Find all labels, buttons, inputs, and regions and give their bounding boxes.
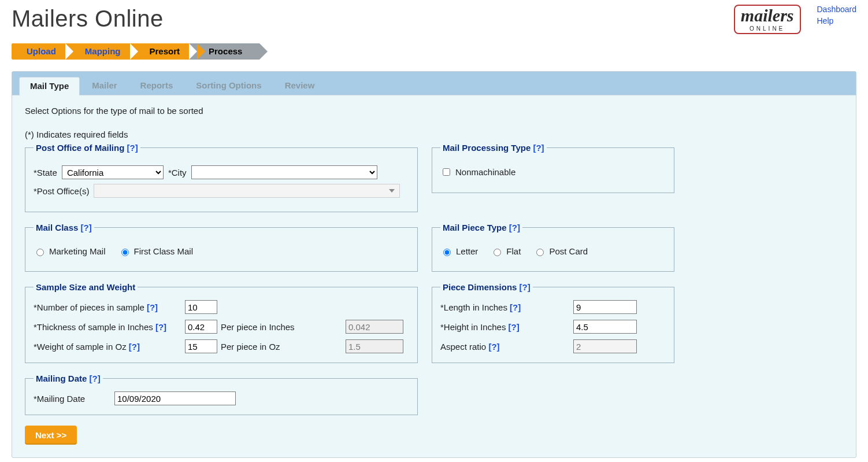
nonmachinable-checkbox[interactable]	[443, 168, 450, 176]
mail-class-first-class-text: First Class Mail	[134, 246, 194, 256]
aspect-help-icon[interactable]: [?]	[488, 342, 499, 352]
piece-type-flat-label[interactable]: Flat	[491, 246, 521, 256]
sample-legend: Sample Size and Weight	[34, 282, 138, 292]
piece-type-postcard-text: Post Card	[549, 246, 588, 256]
post-offices-select[interactable]	[94, 184, 400, 198]
help-link[interactable]: Help	[817, 16, 857, 25]
post-office-fieldset: Post Office of Mailing [?] *State Califo…	[25, 143, 418, 212]
state-label: *State	[34, 168, 57, 178]
post-office-legend: Post Office of Mailing	[36, 143, 124, 153]
brand-logo-sub: ONLINE	[741, 25, 794, 33]
state-select[interactable]: California	[62, 165, 164, 179]
tab-strip: Mail Type Mailer Reports Sorting Options…	[12, 72, 856, 95]
main-panel: Mail Type Mailer Reports Sorting Options…	[12, 71, 856, 458]
mailing-date-legend: Mailing Date	[36, 374, 87, 383]
sample-per-weight-output	[346, 339, 403, 353]
intro-text: Select Options for the type of mail to b…	[25, 106, 843, 116]
mail-class-first-class-label[interactable]: First Class Mail	[118, 246, 194, 256]
sample-per-weight-label: Per piece in Oz	[217, 342, 346, 352]
page-title: Mailers Online	[12, 6, 164, 32]
piece-type-letter-label[interactable]: Letter	[440, 246, 478, 256]
mail-class-help-icon[interactable]: [?]	[81, 223, 92, 232]
required-note: (*) Indicates required fields	[25, 130, 843, 139]
mailing-date-help-icon[interactable]: [?]	[90, 374, 101, 383]
piece-type-help-icon[interactable]: [?]	[509, 223, 520, 232]
mailing-date-label: *Mailing Date	[34, 394, 114, 404]
mail-class-first-class-radio[interactable]	[121, 249, 129, 256]
aspect-output	[573, 339, 637, 353]
sample-per-thick-output	[346, 320, 403, 334]
height-help-icon[interactable]: [?]	[509, 322, 520, 332]
sample-weight-help-icon[interactable]: [?]	[129, 342, 140, 352]
sample-weight-label: *Weight of sample in Oz	[34, 342, 127, 352]
tab-mail-type[interactable]: Mail Type	[19, 77, 80, 95]
chevron-down-icon	[389, 189, 395, 193]
processing-type-help-icon[interactable]: [?]	[533, 143, 544, 153]
length-label: *Length in Inches	[440, 302, 507, 312]
piece-type-flat-text: Flat	[506, 246, 521, 256]
piece-type-postcard-radio[interactable]	[536, 249, 544, 256]
sample-per-thick-label: Per piece in Inches	[217, 322, 346, 332]
brand-logo: mailers ONLINE	[734, 5, 801, 34]
brand-logo-main: mailers	[741, 7, 794, 24]
mail-class-fieldset: Mail Class [?] Marketing Mail First Clas…	[25, 223, 418, 272]
mail-class-legend: Mail Class	[36, 223, 78, 232]
post-office-help-icon[interactable]: [?]	[127, 143, 138, 153]
tab-mailer[interactable]: Mailer	[81, 76, 128, 95]
sample-weight-input[interactable]	[185, 339, 217, 353]
processing-type-legend: Mail Processing Type	[443, 143, 531, 153]
height-label: *Height in Inches	[440, 322, 506, 332]
processing-type-fieldset: Mail Processing Type [?] Nonmachinable	[432, 143, 674, 193]
sample-num-help-icon[interactable]: [?]	[147, 302, 158, 312]
mail-class-marketing-text: Marketing Mail	[49, 246, 106, 256]
next-button[interactable]: Next >>	[25, 426, 77, 445]
sample-num-label: *Number of pieces in sample	[34, 302, 144, 312]
length-help-icon[interactable]: [?]	[510, 302, 521, 312]
tab-reports[interactable]: Reports	[129, 76, 184, 95]
post-offices-label: *Post Office(s)	[34, 186, 89, 196]
length-input[interactable]	[573, 300, 637, 314]
aspect-label: Aspect ratio	[440, 342, 486, 352]
sample-thick-input[interactable]	[185, 320, 217, 334]
nonmachinable-label[interactable]: Nonmachinable	[440, 167, 515, 178]
dashboard-link[interactable]: Dashboard	[817, 5, 857, 14]
dimensions-fieldset: Piece Dimensions [?] *Length in Inches […	[432, 282, 674, 363]
sample-thick-help-icon[interactable]: [?]	[155, 322, 166, 332]
tab-sorting-options[interactable]: Sorting Options	[185, 76, 272, 95]
dimensions-help-icon[interactable]: [?]	[520, 282, 531, 292]
height-input[interactable]	[573, 320, 637, 334]
mail-class-marketing-radio[interactable]	[36, 249, 44, 256]
piece-type-flat-radio[interactable]	[494, 249, 501, 256]
mailing-date-input[interactable]	[114, 391, 236, 405]
nonmachinable-text: Nonmachinable	[455, 167, 515, 177]
mailing-date-fieldset: Mailing Date [?] *Mailing Date	[25, 374, 418, 415]
piece-type-legend: Mail Piece Type	[443, 223, 507, 232]
piece-type-fieldset: Mail Piece Type [?] Letter Flat	[432, 223, 674, 272]
mail-class-marketing-label[interactable]: Marketing Mail	[34, 246, 106, 256]
piece-type-letter-radio[interactable]	[443, 249, 451, 256]
city-label: *City	[168, 168, 187, 178]
tab-review[interactable]: Review	[274, 76, 326, 95]
sample-thick-label: *Thickness of sample in Inches	[34, 322, 153, 332]
sample-num-input[interactable]	[185, 300, 217, 314]
piece-type-letter-text: Letter	[456, 246, 478, 256]
sample-fieldset: Sample Size and Weight *Number of pieces…	[25, 282, 418, 363]
wizard-steps: Upload Mapping Presort Process	[12, 43, 856, 60]
dimensions-legend: Piece Dimensions	[443, 282, 517, 292]
piece-type-postcard-label[interactable]: Post Card	[533, 246, 588, 256]
city-select[interactable]	[191, 165, 377, 179]
step-upload[interactable]: Upload	[12, 43, 73, 60]
